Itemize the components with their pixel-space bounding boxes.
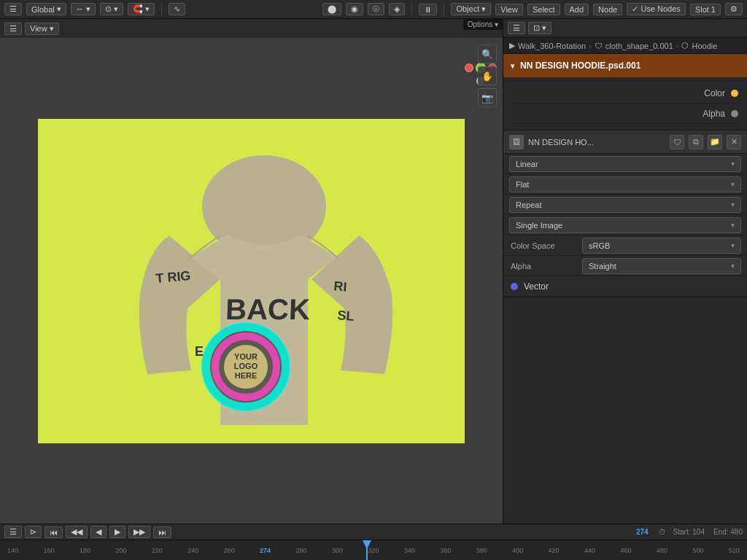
play-btn[interactable]: ▶ bbox=[109, 526, 125, 538]
viewport-view-btn[interactable]: View ▾ bbox=[25, 23, 59, 35]
breadcrumb-item-3[interactable]: Hoodie bbox=[692, 42, 717, 50]
use-nodes-btn[interactable]: ✓ Use Nodes bbox=[627, 3, 685, 15]
camera-tool-btn[interactable]: 📷 bbox=[478, 88, 497, 107]
viewport-menu-btn[interactable]: ☰ bbox=[4, 23, 22, 35]
source-dropdown[interactable]: Single Image ▾ bbox=[509, 217, 741, 233]
shield-btn[interactable]: 🛡 bbox=[670, 135, 684, 149]
timeline-controls: ☰ ⊳ ⏮ ◀◀ ◀ ▶ ▶▶ ⏭ 274 ⏱ Start: 104 End: … bbox=[0, 524, 747, 540]
viewport-top-bar: ☰ View ▾ bbox=[0, 19, 503, 38]
breadcrumb-icon-2: 🛡 bbox=[595, 42, 603, 50]
color-space-dropdown[interactable]: sRGB ▾ bbox=[582, 238, 741, 254]
frame-400: 400 bbox=[512, 547, 523, 554]
frame-480: 480 bbox=[657, 547, 667, 554]
pan-tool-btn[interactable]: ✋ bbox=[478, 66, 497, 85]
pivot-btn[interactable]: ⊙ ▾ bbox=[100, 3, 123, 15]
jump-end-btn[interactable]: ⏭ bbox=[153, 526, 171, 538]
interpolation-row[interactable]: Linear ▾ bbox=[503, 154, 747, 174]
hoodie-canvas: BACK T RIG RI SL E bbox=[38, 119, 465, 443]
alpha-arrow: ▾ bbox=[731, 262, 735, 270]
alpha-output-row: Alpha bbox=[512, 104, 738, 124]
timeline-menu-btn[interactable]: ☰ bbox=[4, 526, 22, 538]
view-mode-btn[interactable]: ◉ bbox=[346, 3, 363, 15]
repeat-dropdown[interactable]: Repeat ▾ bbox=[509, 197, 741, 213]
xray-btn[interactable]: ◈ bbox=[389, 3, 405, 15]
settings-btn[interactable]: ⚙ bbox=[725, 3, 743, 15]
timeline-ruler[interactable]: 140 160 180 200 220 240 260 274 280 300 … bbox=[0, 540, 747, 560]
color-output-row: Color bbox=[512, 83, 738, 104]
search-tool-btn[interactable]: 🔍 bbox=[478, 44, 497, 63]
color-output-label: Color bbox=[704, 88, 725, 98]
frame-240: 240 bbox=[187, 547, 198, 554]
repeat-row[interactable]: Repeat ▾ bbox=[503, 195, 747, 215]
playhead[interactable] bbox=[366, 540, 368, 560]
alpha-output-label: Alpha bbox=[703, 109, 725, 119]
frame-200: 200 bbox=[115, 547, 126, 554]
alpha-dropdown[interactable]: Straight ▾ bbox=[582, 258, 741, 274]
extension-row[interactable]: Flat ▾ bbox=[503, 174, 747, 195]
frame-380: 380 bbox=[476, 547, 487, 554]
breadcrumb-item-2[interactable]: cloth_shape_0.001 bbox=[605, 42, 673, 50]
play-back-btn[interactable]: ◀ bbox=[90, 526, 107, 538]
alpha-row[interactable]: Alpha Straight ▾ bbox=[503, 256, 747, 276]
step-fwd-btn[interactable]: ▶▶ bbox=[128, 526, 150, 538]
main-layout: ☰ View ▾ Options ▾ 🔍 ✋ 📷 bbox=[0, 19, 747, 524]
overlay-btn[interactable]: ⦾ bbox=[368, 3, 384, 15]
svg-text:HERE: HERE bbox=[235, 371, 258, 380]
image-name: NN DESIGN HO... bbox=[528, 138, 665, 147]
end-value: 480 bbox=[730, 528, 743, 536]
prop-edit-btn[interactable]: ∿ bbox=[169, 3, 185, 15]
copy-btn[interactable]: ⧉ bbox=[689, 135, 703, 149]
global-label: Global bbox=[31, 5, 55, 14]
source-value: Single Image bbox=[516, 221, 562, 230]
toolbar-icon-btn[interactable]: ☰ bbox=[4, 3, 22, 15]
svg-text:RI: RI bbox=[333, 279, 348, 294]
frame-520: 520 bbox=[729, 547, 740, 554]
ruler-marks: 140 160 180 200 220 240 260 274 280 300 … bbox=[7, 547, 740, 554]
close-btn[interactable]: ✕ bbox=[727, 135, 741, 149]
transform-btn[interactable]: ↔ ▾ bbox=[71, 3, 96, 15]
node-menu[interactable]: Node bbox=[593, 4, 622, 15]
source-row[interactable]: Single Image ▾ bbox=[503, 215, 747, 236]
frame-260: 260 bbox=[224, 547, 235, 554]
snap-btn[interactable]: 🧲 ▾ bbox=[128, 3, 155, 15]
right-panel: ☰ ⊡ ▾ ▶ Walk_360-Rotation › 🛡 cloth_shap… bbox=[503, 19, 747, 524]
alpha-value-wrapper: Straight ▾ bbox=[576, 258, 747, 274]
frame-320: 320 bbox=[368, 547, 379, 554]
svg-text:LOGO: LOGO bbox=[234, 362, 258, 370]
color-space-row[interactable]: Color Space sRGB ▾ bbox=[503, 236, 747, 256]
extension-value: Flat bbox=[516, 180, 529, 189]
add-menu[interactable]: Add bbox=[565, 4, 589, 15]
pause-btn[interactable]: ⏸ bbox=[419, 4, 437, 15]
marker-btn[interactable]: ⊳ bbox=[25, 526, 42, 538]
viewport-area: ☰ View ▾ Options ▾ 🔍 ✋ 📷 bbox=[0, 19, 503, 524]
breadcrumb-sep-1: › bbox=[589, 42, 592, 50]
frame-280: 280 bbox=[296, 547, 307, 554]
color-space-value: sRGB bbox=[589, 241, 610, 250]
mode-object-dropdown[interactable]: Object ▾ bbox=[451, 3, 491, 15]
jump-start-btn[interactable]: ⏮ bbox=[44, 526, 63, 538]
view-menu[interactable]: View bbox=[495, 4, 523, 15]
global-dropdown[interactable]: Global ▾ bbox=[26, 3, 66, 15]
repeat-value: Repeat bbox=[516, 201, 541, 209]
folder-btn[interactable]: 📁 bbox=[708, 135, 722, 149]
node-type-btn[interactable]: ⊡ ▾ bbox=[528, 22, 551, 34]
slot-dropdown[interactable]: Slot 1 bbox=[690, 4, 721, 15]
render-mode-btn[interactable]: ⬤ bbox=[322, 3, 341, 15]
breadcrumb-sep-2: › bbox=[676, 42, 679, 50]
select-menu[interactable]: Select bbox=[527, 4, 560, 15]
extension-arrow: ▾ bbox=[731, 180, 735, 188]
step-back-btn[interactable]: ◀◀ bbox=[66, 526, 88, 538]
breadcrumb-item-1[interactable]: Walk_360-Rotation bbox=[518, 42, 586, 50]
frame-220: 220 bbox=[152, 547, 163, 554]
right-panel-top-bar: ☰ ⊡ ▾ bbox=[503, 19, 747, 38]
canvas-area[interactable]: BACK T RIG RI SL E bbox=[0, 38, 503, 524]
top-toolbar: ☰ Global ▾ ↔ ▾ ⊙ ▾ 🧲 ▾ ∿ ⬤ ◉ ⦾ ◈ ⏸ Objec… bbox=[0, 0, 747, 19]
svg-text:SL: SL bbox=[337, 308, 355, 324]
extension-dropdown[interactable]: Flat ▾ bbox=[509, 176, 741, 192]
options-label[interactable]: Options ▾ bbox=[463, 19, 503, 30]
collapse-arrow[interactable]: ▾ bbox=[511, 62, 514, 70]
node-panel-header: ▾ NN DESIGN HOODIE.psd.001 bbox=[503, 54, 747, 77]
frame-300: 300 bbox=[332, 547, 343, 554]
interpolation-dropdown[interactable]: Linear ▾ bbox=[509, 156, 741, 172]
node-editor-mode-btn[interactable]: ☰ bbox=[508, 22, 525, 34]
